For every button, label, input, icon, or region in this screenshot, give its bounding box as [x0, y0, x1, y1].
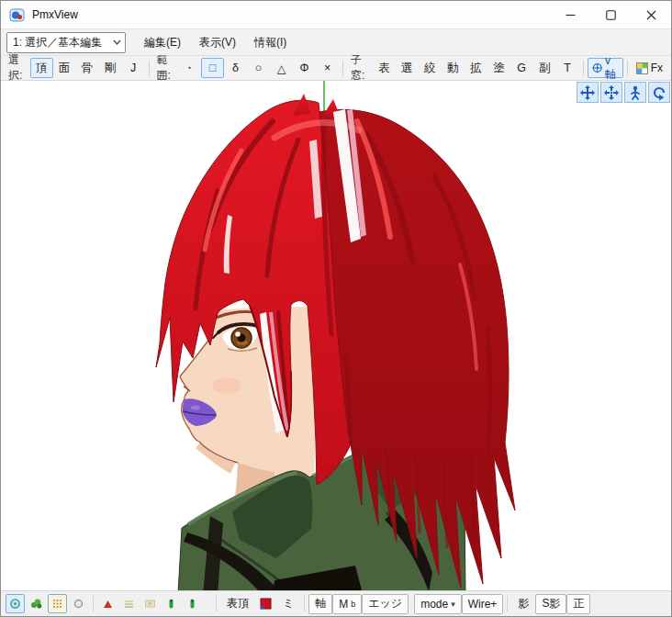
select-label: 選択: — [8, 52, 28, 84]
3d-viewport-render — [1, 81, 671, 590]
mode-select-value: 1: 選択／基本編集 — [13, 35, 102, 50]
normal-toggle[interactable]: 正 — [566, 594, 590, 614]
minimize-button[interactable] — [550, 1, 590, 28]
display-ring-toggle[interactable] — [69, 594, 88, 613]
viewport-nav-tiles — [577, 82, 670, 103]
bottombar-separator — [304, 596, 305, 611]
pan-arrows-icon — [579, 84, 596, 101]
titlebar: PmxView — [1, 1, 671, 28]
morph-sub-label: b — [351, 600, 355, 609]
pan-view-button[interactable] — [577, 82, 599, 103]
fx-label: Fx — [651, 62, 663, 74]
toolbar-separator — [627, 61, 628, 76]
menu-edit[interactable]: 編集(E) — [135, 32, 190, 53]
ring-icon — [73, 598, 84, 610]
subwindow-view-button[interactable]: 表 — [373, 58, 396, 78]
wire-plus-button[interactable]: Wire+ — [462, 594, 504, 614]
subwindow-paint-button[interactable]: 塗 — [487, 58, 510, 78]
move-arrows-icon — [603, 84, 620, 101]
display-texture-toggle[interactable] — [27, 594, 46, 613]
vaxis-toggle[interactable]: v軸 — [588, 58, 623, 78]
range-square-button[interactable]: □ — [201, 58, 224, 78]
maximize-icon — [606, 10, 616, 20]
select-rigid-button[interactable]: 剛 — [99, 58, 122, 78]
morph-toggle[interactable]: Mb — [332, 594, 362, 614]
toolbar-separator — [342, 61, 343, 76]
color-grid-icon — [636, 62, 648, 74]
select-bone-button[interactable]: 骨 — [76, 58, 99, 78]
range-clear-button[interactable]: × — [316, 58, 339, 78]
shadow-button[interactable]: 影 — [511, 594, 535, 614]
bottombar-separator — [507, 596, 508, 611]
range-dot-button[interactable]: ・ — [178, 58, 201, 78]
subwindow-label: 子窓: — [351, 52, 370, 84]
front-vertex-button[interactable]: 表頂 — [220, 594, 255, 614]
subwindow-filter-button[interactable]: 絞 — [419, 58, 442, 78]
mi-button[interactable]: ミ — [276, 594, 300, 614]
vaxis-label: v軸 — [605, 54, 619, 83]
move-view-button[interactable] — [600, 82, 622, 103]
fx-button[interactable]: Fx — [632, 58, 667, 78]
range-label: 範囲: — [157, 52, 176, 84]
select-joint-button[interactable]: J — [122, 58, 145, 78]
subwindow-motion-button[interactable]: 動 — [442, 58, 465, 78]
minimize-icon — [566, 10, 576, 20]
banknote-icon — [144, 598, 156, 610]
display-grid-toggle[interactable] — [48, 594, 67, 613]
pmxview-window: PmxView 1: 選択／基本編集 編集(E) 表示(V) 情報(I — [0, 0, 672, 617]
axis-gizmo-icon — [592, 62, 602, 74]
viewport[interactable] — [1, 81, 671, 590]
rotate-view-button[interactable] — [648, 82, 670, 103]
model-move-button[interactable] — [624, 82, 646, 103]
red-triangle-icon — [102, 598, 114, 610]
bottombar-separator — [93, 596, 94, 611]
subwindow-t-button[interactable]: T — [556, 58, 579, 78]
foliage-icon — [30, 598, 42, 610]
bone-pill-toggle-2[interactable] — [183, 594, 202, 613]
mode-label: mode — [420, 598, 448, 611]
morph-label: M — [339, 598, 348, 611]
menubar: 1: 選択／基本編集 編集(E) 表示(V) 情報(I) — [1, 28, 671, 56]
close-button[interactable] — [631, 1, 671, 28]
note-toggle[interactable] — [140, 594, 160, 613]
chevron-down-icon — [113, 39, 121, 45]
layers-toggle[interactable] — [119, 594, 139, 613]
vertex-color-swatch[interactable] — [256, 594, 275, 613]
mode-dropdown[interactable]: mode ▾ — [414, 594, 462, 614]
bone-pill-toggle-1[interactable] — [162, 594, 181, 613]
maximize-button[interactable] — [590, 1, 631, 28]
menu-info[interactable]: 情報(I) — [245, 32, 296, 53]
green-pill-icon — [186, 598, 198, 610]
select-vertex-button[interactable]: 頂 — [30, 58, 53, 78]
subwindow-expand-button[interactable]: 拡 — [465, 58, 487, 78]
display-sphere-toggle[interactable] — [6, 594, 25, 613]
mode-select[interactable]: 1: 選択／基本編集 — [6, 32, 126, 53]
subwindow-g-button[interactable]: G — [510, 58, 533, 78]
window-title: PmxView — [32, 8, 78, 21]
sphere-icon — [9, 598, 21, 610]
range-circle-button[interactable]: ○ — [247, 58, 270, 78]
range-phi-button[interactable]: Φ — [293, 58, 316, 78]
axis-toggle[interactable]: 軸 — [308, 594, 332, 614]
rotate-arrow-icon — [651, 84, 667, 101]
bottombar-separator — [216, 596, 217, 611]
close-icon — [646, 10, 656, 20]
range-delta-button[interactable]: δ — [224, 58, 247, 78]
bottombar: 表頂 ミ 軸 Mb エッジ mode ▾ Wire+ 影 S影 正 — [1, 590, 671, 616]
dot-grid-icon — [51, 598, 63, 610]
subwindow-sub-button[interactable]: 副 — [533, 58, 556, 78]
color-swatch-icon — [260, 598, 272, 610]
toolbar-separator — [149, 61, 150, 76]
layers-icon — [123, 598, 135, 610]
toolbar-separator — [583, 61, 584, 76]
select-face-button[interactable]: 面 — [53, 58, 76, 78]
app-icon — [9, 7, 25, 23]
menu-view[interactable]: 表示(V) — [190, 32, 245, 53]
figure-icon — [627, 84, 644, 101]
warning-toggle[interactable] — [98, 594, 118, 613]
green-pill-icon — [165, 598, 177, 610]
range-triangle-button[interactable]: △ — [270, 58, 293, 78]
edge-toggle[interactable]: エッジ — [362, 594, 409, 614]
subwindow-select-button[interactable]: 選 — [396, 58, 419, 78]
self-shadow-toggle[interactable]: S影 — [535, 594, 566, 614]
